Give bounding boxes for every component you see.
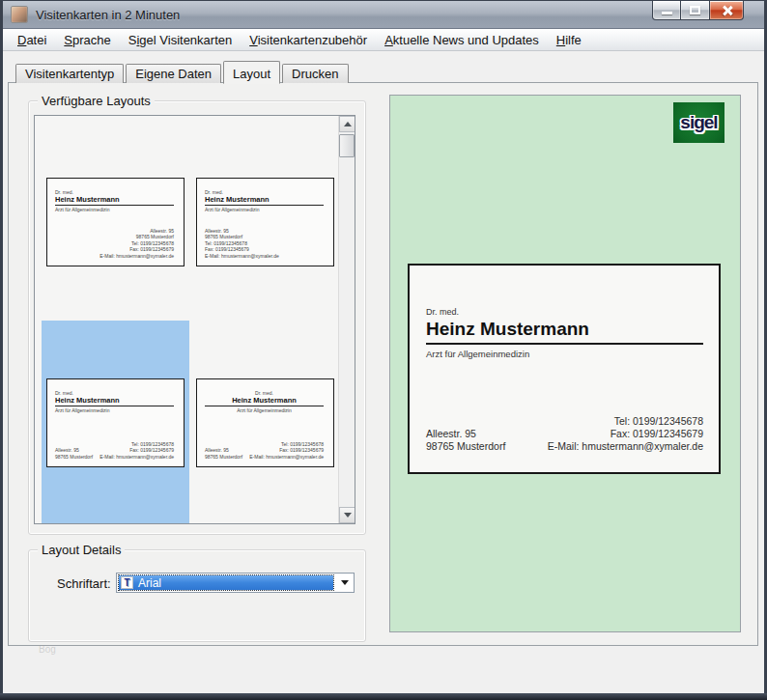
tab-strip: Visitenkartentyp Eigene Daten Layout Dru…: [15, 60, 351, 83]
mini-address-left: Alleestr. 95 98765 Musterdorf: [205, 447, 242, 460]
mini-email: E-Mail: hmustermann@xymaler.de: [205, 253, 279, 260]
mini-address-block: Alleestr. 95 98765 Musterdorf Tel: 0199/…: [205, 228, 279, 260]
title-bar: Visitenkarten in 2 Minuten: [3, 1, 764, 29]
menu-item-hilfe[interactable]: Hilfe: [548, 30, 590, 50]
maximize-button[interactable]: [681, 1, 709, 20]
preview-name: Heinz Mustermann: [426, 319, 703, 340]
group-verfuegbare-layouts: Verfügbare Layouts Dr. med. Heinz Muster…: [28, 100, 366, 535]
mini-email: E-Mail: hmustermann@xymaler.de: [249, 454, 324, 461]
label-fragment: ilfe: [565, 33, 582, 47]
font-combobox-value: Arial: [138, 576, 161, 590]
mini-name: Heinz Mustermann: [205, 195, 324, 204]
preview-email: E-Mail: hmustermann@xymaler.de: [548, 440, 703, 453]
mini-card-header: Dr. med. Heinz Mustermann Arzt für Allge…: [205, 390, 324, 414]
close-icon: [722, 5, 733, 16]
font-combobox-dropdown-button[interactable]: [335, 574, 354, 592]
preview-tel: Tel: 0199/12345678: [548, 415, 703, 428]
mini-city: 98765 Musterdorf: [205, 454, 242, 461]
window-body: Visitenkarten in 2 Minuten Datei Sprache…: [3, 1, 764, 693]
card-preview-panel: sigel Dr. med. Heinz Mustermann Arzt für…: [389, 95, 741, 632]
mini-email: E-Mail: hmustermann@xymaler.de: [99, 253, 174, 260]
close-button[interactable]: [709, 1, 744, 20]
layout-list[interactable]: Dr. med. Heinz Mustermann Arzt für Allge…: [34, 115, 355, 524]
scrollbar-thumb[interactable]: [339, 134, 355, 157]
layout-thumbnail-3-selected[interactable]: Dr. med. Heinz Mustermann Arzt für Allge…: [46, 378, 185, 467]
label-fragment: V: [249, 33, 257, 47]
mini-address-block: Alleestr. 95 98765 Musterdorf Tel: 0199/…: [205, 441, 324, 461]
preview-city: 98765 Musterdorf: [426, 440, 505, 453]
business-card-preview: Dr. med. Heinz Mustermann Arzt für Allge…: [408, 264, 721, 474]
font-label: Schriftart:: [57, 576, 111, 591]
mini-card-header: Dr. med. Heinz Mustermann Arzt für Allge…: [55, 189, 174, 213]
tab-drucken[interactable]: Drucken: [282, 64, 348, 83]
mini-address-left: Alleestr. 95 98765 Musterdorf: [55, 447, 93, 460]
label-fragment: atei: [26, 33, 46, 47]
mini-name: Heinz Mustermann: [55, 195, 174, 204]
font-combobox-selection: T Arial: [119, 575, 333, 590]
menu-item-sprache[interactable]: Sprache: [55, 30, 119, 50]
label-fragment: gel Visitenkarten: [139, 33, 232, 47]
mini-address-block: Alleestr. 95 98765 Musterdorf Tel: 0199/…: [55, 441, 174, 461]
mini-rule: [55, 406, 174, 406]
menu-item-sigel-visitenkarten[interactable]: Sigel Visitenkarten: [120, 30, 241, 50]
scroll-down-button[interactable]: [339, 507, 355, 523]
mini-address-block: Alleestr. 95 98765 Musterdorf Tel: 0199/…: [99, 228, 174, 260]
mini-card-header: Dr. med. Heinz Mustermann Arzt für Allge…: [205, 189, 324, 213]
mini-rule: [205, 205, 324, 206]
font-combobox[interactable]: T Arial: [116, 573, 355, 593]
label-fragment: D: [17, 33, 26, 47]
preview-fax: Fax: 0199/12345679: [548, 428, 703, 440]
app-icon[interactable]: [11, 6, 28, 23]
mini-name: Heinz Mustermann: [55, 396, 174, 405]
window-title: Visitenkarten in 2 Minuten: [36, 8, 180, 22]
mini-profession: Arzt für Allgemeinmedizin: [205, 207, 324, 213]
application-window: Visitenkarten in 2 Minuten Datei Sprache…: [0, 0, 767, 700]
layout-thumbnail-2[interactable]: Dr. med. Heinz Mustermann Arzt für Allge…: [196, 178, 334, 266]
mini-contact-right: Tel: 0199/12345678 Fax: 0199/12345679 E-…: [99, 441, 174, 461]
mini-profession: Arzt für Allgemeinmedizin: [55, 207, 174, 213]
layout-list-scrollbar[interactable]: [338, 116, 355, 523]
minimize-icon: [662, 12, 672, 14]
sigel-logo: sigel: [673, 102, 724, 143]
window-controls: [652, 1, 744, 20]
preview-profession: Arzt für Allgemeinmedizin: [426, 349, 703, 359]
mini-profession: Arzt für Allgemeinmedizin: [55, 407, 174, 414]
preview-rule: [426, 343, 703, 345]
mini-name: Heinz Mustermann: [205, 396, 324, 405]
menu-item-news-updates[interactable]: Aktuelle News und Updates: [376, 30, 548, 50]
truetype-font-icon: T: [121, 576, 133, 589]
scroll-up-button[interactable]: [339, 116, 355, 132]
maximize-icon: [690, 6, 700, 14]
mini-contact-right: Tel: 0199/12345678 Fax: 0199/12345679 E-…: [249, 441, 324, 461]
mini-card-header: Dr. med. Heinz Mustermann Arzt für Allge…: [55, 390, 174, 414]
chevron-down-icon: [341, 580, 349, 585]
label-fragment: isitenkartenzubehör: [258, 33, 367, 47]
group-title: Layout Details: [38, 543, 125, 557]
preview-address-left: Alleestr. 95 98765 Musterdorf: [426, 428, 505, 453]
group-title: Verfügbare Layouts: [38, 94, 155, 108]
menu-item-datei[interactable]: Datei: [9, 30, 55, 50]
group-layout-details: Layout Details Schriftart: T Arial: [28, 549, 366, 642]
preview-contact-right: Tel: 0199/12345678 Fax: 0199/12345679 E-…: [548, 415, 703, 453]
tab-layout[interactable]: Layout: [223, 61, 280, 84]
preview-card-header: Dr. med. Heinz Mustermann Arzt für Allge…: [426, 307, 703, 359]
minimize-button[interactable]: [652, 1, 681, 20]
label-fragment: A: [384, 33, 393, 47]
menu-item-visitenkartenzubehoer[interactable]: Visitenkartenzubehör: [241, 30, 376, 50]
tab-visitenkartentyp[interactable]: Visitenkartentyp: [15, 64, 124, 83]
tab-eigene-daten[interactable]: Eigene Daten: [126, 64, 221, 83]
mini-rule: [55, 205, 174, 206]
label-fragment: H: [556, 33, 565, 47]
scroll-down-icon: [344, 513, 352, 518]
label-fragment: ktuelle News und Updates: [393, 33, 539, 47]
layout-thumbnail-1[interactable]: Dr. med. Heinz Mustermann Arzt für Allge…: [46, 178, 185, 266]
menu-bar: Datei Sprache Sigel Visitenkarten Visite…: [3, 29, 764, 51]
sigel-logo-text: sigel: [680, 112, 717, 133]
mini-profession: Arzt für Allgemeinmedizin: [205, 407, 324, 414]
preview-address-block: Alleestr. 95 98765 Musterdorf Tel: 0199/…: [426, 415, 703, 453]
layout-thumbnail-4[interactable]: Dr. med. Heinz Mustermann Arzt für Allge…: [196, 378, 334, 467]
preview-prefix: Dr. med.: [426, 307, 703, 317]
label-fragment: prache: [72, 33, 111, 47]
preview-street: Alleestr. 95: [426, 428, 505, 440]
scroll-up-icon: [344, 122, 352, 126]
